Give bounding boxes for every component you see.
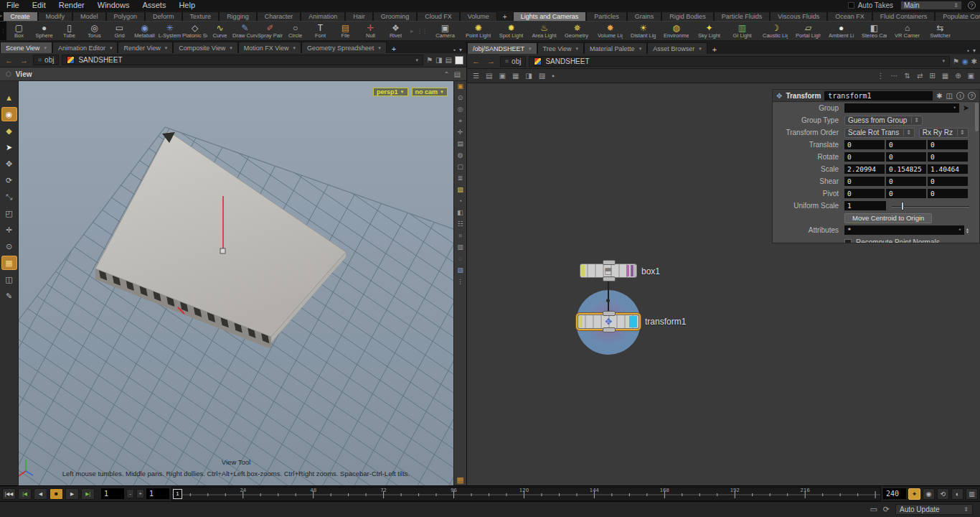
options-icon[interactable]: ▤ bbox=[454, 70, 461, 78]
display-option-icon[interactable]: ◍ bbox=[458, 152, 463, 159]
shelf-tab[interactable]: Volume bbox=[460, 11, 497, 21]
viewport-tool-icon[interactable]: ⟳ bbox=[2, 174, 17, 187]
rotate-y-field[interactable]: 0 bbox=[886, 152, 926, 162]
auto-key-button[interactable]: ✦ bbox=[908, 488, 920, 500]
chevron-down-icon[interactable]: ▾ bbox=[958, 225, 961, 235]
shelf-tool-button[interactable]: ◧ Stereo Cam. bbox=[858, 22, 891, 40]
display-flag[interactable] bbox=[629, 316, 637, 327]
shelf-tab[interactable]: Viscous Fluids bbox=[770, 11, 827, 21]
shelf-tab[interactable]: Populate Containers bbox=[935, 11, 980, 21]
path-root[interactable]: ⌗ obj bbox=[33, 55, 59, 65]
network-view-icon[interactable]: ▣ bbox=[968, 72, 974, 80]
shelf-tool-button[interactable]: ✳ L-System bbox=[157, 22, 182, 40]
pane-tab[interactable]: Scene View ▾ bbox=[0, 42, 52, 53]
pane-menu-icon[interactable]: ▾ bbox=[973, 47, 976, 54]
node-transform1[interactable]: ✥ bbox=[578, 315, 639, 329]
expand-icon[interactable]: ⌃ bbox=[443, 70, 449, 78]
uniform-scale-slider[interactable] bbox=[892, 202, 969, 210]
shelf-tool-button[interactable]: ▭ Grid bbox=[107, 22, 132, 40]
viewport-tool-icon[interactable]: ▲ bbox=[2, 91, 17, 104]
update-mode-selector[interactable]: Auto Update ⇕ bbox=[895, 504, 973, 515]
frame-step-field[interactable]: 1 bbox=[146, 488, 169, 499]
chevron-down-icon[interactable]: ▾ bbox=[230, 45, 232, 51]
refresh-icon[interactable]: ⟳ bbox=[883, 505, 890, 514]
record-options-icon[interactable]: ◉ bbox=[923, 488, 935, 500]
menu-item[interactable]: Assets bbox=[136, 0, 172, 11]
shelf-tool-button[interactable]: ◍ Environmen. bbox=[660, 22, 693, 40]
display-option-icon[interactable]: ◎ bbox=[458, 106, 463, 113]
viewport-tool-icon[interactable]: ◆ bbox=[2, 124, 17, 137]
viewport-tool-icon[interactable]: ➤ bbox=[2, 141, 17, 154]
shelf-tool-button[interactable]: ● Sphere bbox=[32, 22, 57, 40]
menu-item[interactable]: Edit bbox=[26, 0, 52, 11]
gear-icon[interactable]: ✱ bbox=[936, 92, 942, 100]
next-keyframe-button[interactable]: ▶| bbox=[81, 488, 95, 500]
menu-item[interactable]: Windows bbox=[91, 0, 136, 11]
translate-x-field[interactable]: 0 bbox=[844, 140, 885, 149]
shelf-tab[interactable]: Texture bbox=[182, 11, 220, 21]
display-option-icon[interactable]: ≣ bbox=[458, 175, 463, 182]
shelf-tab[interactable]: Particles bbox=[586, 11, 627, 21]
viewport-tool-icon[interactable]: ⤡ bbox=[2, 190, 17, 203]
pane-menu-icon[interactable]: ▾ bbox=[459, 47, 462, 53]
chevron-down-icon[interactable]: ▾ bbox=[44, 45, 47, 51]
display-option-icon[interactable]: ▧ bbox=[457, 267, 463, 274]
forward-icon[interactable]: → bbox=[485, 57, 497, 65]
translate-y-field[interactable]: 0 bbox=[886, 140, 926, 149]
realtime-toggle-icon[interactable]: ◐ bbox=[951, 488, 963, 500]
shelf-tool-button[interactable]: ◇ Platonic Sol. bbox=[182, 22, 207, 40]
shelf-tool-button[interactable]: ✸ Volume Light bbox=[594, 22, 627, 40]
current-frame-field[interactable]: 1 bbox=[101, 488, 124, 499]
pivot-y-field[interactable]: 0 bbox=[886, 189, 926, 198]
network-tool-icon[interactable]: ▣ bbox=[499, 72, 505, 80]
chevron-down-icon[interactable]: ▾ bbox=[953, 103, 956, 113]
playbar-options-icon[interactable]: ▥ bbox=[966, 488, 978, 500]
network-view-icon[interactable]: ⇅ bbox=[905, 72, 910, 80]
attributes-field[interactable]: * ▾ bbox=[844, 225, 964, 235]
display-option-icon[interactable]: ◧ bbox=[457, 210, 463, 216]
shelf-tool-button[interactable]: ✹ Spot Light bbox=[495, 22, 528, 40]
shelf-tab[interactable]: Ocean FX bbox=[827, 11, 872, 21]
network-tool-icon[interactable]: ▪ bbox=[552, 72, 555, 80]
group-select-arrow-icon[interactable]: ➤ bbox=[963, 103, 969, 113]
back-icon[interactable]: ← bbox=[3, 56, 15, 65]
recompute-checkbox[interactable] bbox=[844, 239, 852, 244]
help-icon[interactable]: ? bbox=[968, 1, 976, 9]
shelf-tool-button[interactable]: ❖ Rivet bbox=[383, 22, 408, 40]
viewport-tool-icon[interactable]: ✎ bbox=[2, 289, 17, 302]
pivot-x-field[interactable]: 0 bbox=[844, 189, 885, 198]
display-option-icon[interactable]: ⋮ bbox=[457, 279, 463, 285]
chevron-down-icon[interactable]: ▾ bbox=[416, 57, 419, 63]
pane-maximize-icon[interactable]: ▪ bbox=[453, 47, 456, 53]
node-flags-right[interactable] bbox=[626, 265, 629, 276]
viewport-tool-icon[interactable]: ◰ bbox=[2, 207, 17, 220]
prev-keyframe-button[interactable]: |◀ bbox=[18, 488, 32, 500]
network-tool-icon[interactable]: ◨ bbox=[525, 72, 532, 80]
shelf-tool-button[interactable]: ▱ Portal Light bbox=[792, 22, 825, 40]
play-reverse-button[interactable]: ◀ bbox=[34, 488, 47, 500]
timeline-ruler[interactable]: 1 24487296120144168192216 bbox=[171, 487, 881, 501]
viewport-tool-icon[interactable]: ▦ bbox=[2, 256, 17, 269]
shelf-tab[interactable]: Hair bbox=[345, 11, 373, 21]
path-field[interactable]: SANDSHEET ▾ bbox=[529, 56, 949, 67]
network-view-icon[interactable]: ⊕ bbox=[955, 72, 961, 80]
translate-z-field[interactable]: 0 bbox=[928, 140, 968, 149]
pane-tab[interactable]: /obj/SANDSHEET ▾ bbox=[467, 42, 537, 54]
chevron-down-icon[interactable]: ▾ bbox=[576, 46, 579, 52]
shelf-tool-button[interactable]: ⇆ Switcher bbox=[924, 22, 957, 40]
display-option-icon[interactable]: ☷ bbox=[457, 221, 463, 228]
display-option-icon[interactable]: ▤ bbox=[457, 141, 463, 147]
display-option-icon[interactable]: ⌗ bbox=[458, 233, 462, 239]
shelf-tab[interactable]: Model bbox=[72, 11, 106, 21]
scale-y-field[interactable]: 0.154825 bbox=[886, 164, 926, 174]
frame-decrement-button[interactable]: - bbox=[126, 489, 134, 498]
transform-order-dropdown[interactable]: Scale Rot Trans ⇕ bbox=[844, 128, 915, 138]
shelf-tab[interactable]: Particle Fluids bbox=[714, 11, 771, 21]
viewport-tool-icon[interactable]: ✛ bbox=[2, 223, 17, 236]
shelf-tool-button[interactable]: ▥ GI Light bbox=[726, 22, 759, 40]
pane-tab[interactable]: Material Palette ▾ bbox=[584, 42, 647, 54]
pane-tab[interactable]: Motion FX View ▾ bbox=[238, 42, 301, 53]
shelf-tool-button[interactable]: ○ Circle bbox=[283, 22, 308, 40]
shelf-tool-button[interactable]: ✵ Geometry L. bbox=[561, 22, 594, 40]
pin-icon[interactable]: ⚑ bbox=[953, 57, 959, 65]
